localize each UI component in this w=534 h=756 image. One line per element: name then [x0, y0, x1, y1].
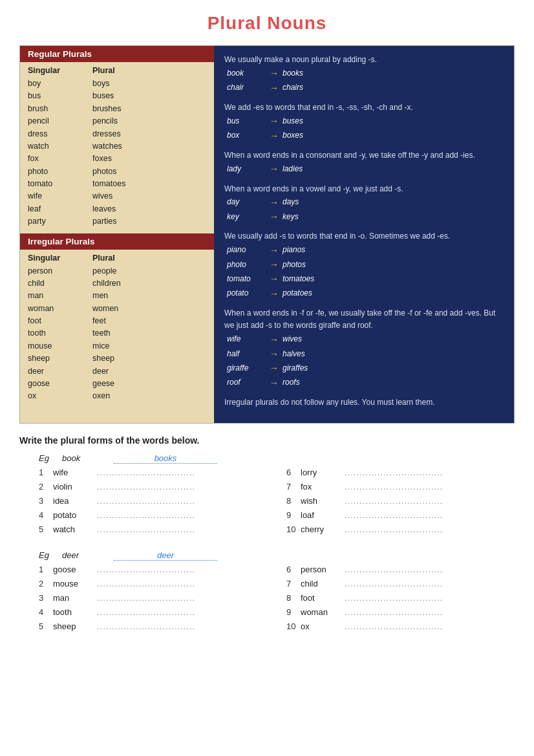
- irregular-columns-row: Singular Plural: [20, 254, 214, 263]
- irregular-word-row: goosegeese: [20, 378, 214, 390]
- exercise2-left-row: 2mouse.................................: [19, 579, 267, 589]
- ex-num: 6: [286, 468, 301, 477]
- answer-dots[interactable]: .................................: [345, 593, 443, 603]
- arrow-icon: →: [270, 210, 279, 224]
- rule-paragraph: When a word ends in a consonant and -y, …: [224, 149, 504, 177]
- answer-dots[interactable]: .................................: [345, 510, 443, 520]
- example-word: box: [227, 129, 266, 142]
- regular-word-row: boyboys: [20, 78, 214, 90]
- irreg-singular-word: foot: [28, 315, 92, 327]
- arrow-icon: →: [270, 81, 279, 95]
- example-plural: tomatoes: [283, 273, 314, 285]
- exercise1-right-row: 7fox.................................: [267, 482, 515, 491]
- answer-dots[interactable]: .................................: [97, 607, 195, 617]
- irregular-plurals-header: Irregular Plurals: [20, 233, 214, 250]
- example-plural: boxes: [283, 129, 303, 142]
- irregular-word-row: sheepsheep: [20, 352, 214, 365]
- answer-dots[interactable]: .................................: [345, 482, 443, 491]
- ex-word: lorry: [301, 468, 345, 477]
- example-plural: giraffes: [283, 362, 308, 374]
- exercise2-rows: 1goose.................................2…: [19, 565, 515, 636]
- ex-word: tooth: [53, 607, 97, 617]
- exercise1-rows: 1wife.................................2v…: [19, 468, 515, 539]
- ex-word: loaf: [301, 510, 345, 520]
- singular-word: photo: [28, 166, 92, 178]
- rule-text: Irregular plurals do not follow any rule…: [224, 398, 435, 407]
- regular-word-row: pencilpencils: [20, 115, 214, 127]
- exercise2-left-row: 5sheep.................................: [19, 621, 267, 631]
- eg1-row: Eg book books: [19, 453, 515, 464]
- ex-word: child: [301, 579, 345, 589]
- arrow-icon: →: [270, 114, 279, 128]
- example-word: bus: [227, 115, 266, 127]
- answer-dots[interactable]: .................................: [345, 524, 443, 534]
- eg2-answer: deer: [114, 550, 217, 561]
- arrow-icon: →: [270, 361, 279, 375]
- example-plural: buses: [283, 115, 303, 127]
- eg1-answer: books: [114, 453, 217, 464]
- answer-dots[interactable]: .................................: [97, 482, 195, 491]
- irreg-plural-word: children: [92, 277, 121, 290]
- exercise1-left-row: 4potato.................................: [19, 510, 267, 520]
- answer-dots[interactable]: .................................: [345, 496, 443, 506]
- answer-dots[interactable]: .................................: [345, 468, 443, 477]
- answer-dots[interactable]: .................................: [97, 579, 195, 589]
- answer-dots[interactable]: .................................: [97, 468, 195, 477]
- ex-num: 3: [39, 496, 53, 506]
- example-row: wife→wives: [227, 332, 504, 347]
- example-row: box→boxes: [227, 129, 504, 143]
- answer-dots[interactable]: .................................: [97, 621, 195, 631]
- ex-word: wish: [301, 496, 345, 506]
- exercise-section-2: Eg deer deer 1goose.....................…: [19, 550, 515, 636]
- answer-dots[interactable]: .................................: [97, 510, 195, 520]
- rule-paragraph: When a word ends in -f or -fe, we usuall…: [224, 307, 504, 390]
- answer-dots[interactable]: .................................: [97, 593, 195, 603]
- example-word: piano: [227, 244, 266, 256]
- example-word: giraffe: [227, 362, 266, 374]
- plural-word: tomatoes: [92, 178, 125, 190]
- ex-num: 4: [39, 607, 53, 617]
- irregular-word-row: childchildren: [20, 277, 214, 290]
- singular-word: tomato: [28, 178, 92, 190]
- arrow-icon: →: [270, 257, 279, 272]
- example-word: day: [227, 196, 266, 208]
- irregular-word-row: footfeet: [20, 315, 214, 327]
- ex-num: 1: [39, 565, 53, 574]
- irreg-plural-word: women: [92, 303, 118, 315]
- answer-dots[interactable]: .................................: [345, 621, 443, 631]
- irreg-plural-word: sheep: [92, 352, 114, 365]
- ex-num: 1: [39, 468, 53, 477]
- exercise1-left-row: 5watch.................................: [19, 524, 267, 534]
- example-plural: roofs: [283, 376, 300, 389]
- answer-dots[interactable]: .................................: [345, 607, 443, 617]
- irreg-plural-word: oxen: [92, 390, 110, 402]
- exercise2-left-row: 4tooth.................................: [19, 607, 267, 617]
- regular-word-row: busbuses: [20, 90, 214, 102]
- answer-dots[interactable]: .................................: [97, 565, 195, 574]
- singular-word: fox: [28, 153, 92, 165]
- ex-word: watch: [53, 524, 97, 534]
- eg1-word: book: [62, 453, 114, 463]
- example-row: bus→buses: [227, 114, 504, 128]
- ex-word: sheep: [53, 621, 97, 631]
- ex-num: 7: [286, 482, 301, 491]
- ex-word: violin: [53, 482, 97, 491]
- ex-num: 8: [286, 593, 301, 603]
- example-word: roof: [227, 376, 266, 389]
- answer-dots[interactable]: .................................: [97, 524, 195, 534]
- answer-dots[interactable]: .................................: [345, 565, 443, 574]
- irreg-plural-word: people: [92, 265, 117, 277]
- example-plural: pianos: [283, 244, 305, 256]
- arrow-icon: →: [270, 286, 279, 301]
- irreg-singular-word: goose: [28, 378, 92, 390]
- irreg-singular-word: tooth: [28, 327, 92, 340]
- example-row: book→books: [227, 66, 504, 80]
- answer-dots[interactable]: .................................: [97, 496, 195, 506]
- exercise2-right-row: 10ox.................................: [267, 621, 515, 631]
- ex-word: foot: [301, 593, 345, 603]
- answer-dots[interactable]: .................................: [345, 579, 443, 589]
- ex-num: 2: [39, 482, 53, 491]
- exercise2-right-col: 6person.................................…: [267, 565, 515, 636]
- exercise2-left-row: 1goose.................................: [19, 565, 267, 574]
- example-word: wife: [227, 333, 266, 345]
